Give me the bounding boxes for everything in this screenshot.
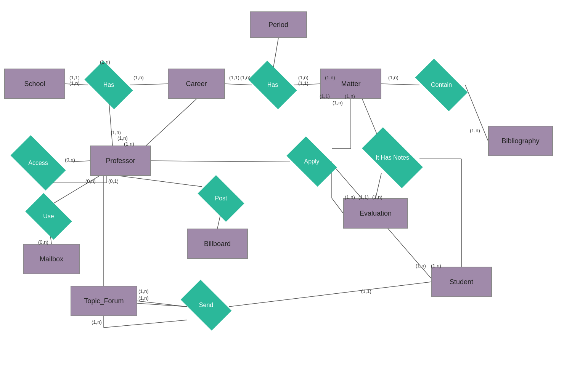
label-matter-has2: (1,n) [325,75,335,80]
label-career-has2-1: (1,1) [229,75,239,80]
connection-lines [0,0,572,392]
relation-use: Use [29,203,69,229]
label-forum-bottom: (1,n) [92,319,102,325]
svg-line-11 [151,161,290,162]
er-diagram: School Career Matter Professor Period Bi… [0,0,572,392]
label-matter-apply-1: (1,1) [320,93,330,99]
entity-mailbox: Mailbox [23,244,80,274]
label-school-has1-1: (1,1) [69,75,80,80]
entity-evaluation: Evaluation [343,198,408,229]
relation-access: Access [13,149,63,177]
label-access-loop-2: (0,1) [108,178,119,184]
label-has2-matter-2: (1,1) [298,80,308,86]
relation-has2: Has [252,72,294,98]
entity-billboard: Billboard [187,229,248,259]
relation-send: Send [184,291,228,319]
relation-has1: Has [88,72,130,98]
entity-career: Career [168,69,225,99]
label-apply-eval-2: (1,1) [358,194,369,200]
label-school-has1-2: (1,n) [69,80,80,86]
label-access-loop-1: (0,n) [85,178,96,184]
label-matter-apply-2: (1,n) [333,100,343,106]
relation-apply: Apply [290,148,334,175]
label-notes-eval: (1,n) [372,194,382,200]
entity-professor: Professor [90,146,151,176]
label-career-prof: (1,n) [124,141,134,147]
svg-line-24 [121,176,202,187]
label-mailbox: (0,n) [38,239,48,245]
relation-contain: Contain [418,72,465,98]
svg-line-2 [225,84,252,85]
label-apply-eval-1: (1,n) [345,194,355,200]
entity-topic-forum: Topic_Forum [71,286,137,316]
label-has1-prof-2: (1,n) [117,135,128,141]
label-matter-contain: (1,n) [388,75,398,80]
svg-line-4 [381,84,419,85]
label-student-top-1: (1,n) [416,263,426,269]
svg-line-33 [104,320,187,328]
entity-student: Student [431,267,492,297]
label-forum-send-2: (1,n) [138,295,149,301]
label-has1-top: (1,n) [100,59,110,65]
svg-line-16 [332,198,343,213]
entity-period: Period [250,11,307,38]
entity-bibliography: Bibliography [488,126,553,156]
relation-it-has-notes: It Has Notes [364,143,421,173]
label-has2-matter-1: (1,n) [298,75,308,80]
label-matter-notes: (1,n) [345,93,355,99]
svg-line-28 [229,282,431,307]
label-contain-bib: (1,n) [470,128,480,133]
label-student-top-2: (1,n) [431,263,441,269]
relation-post: Post [201,186,241,211]
label-has1-career: (1,n) [133,75,144,80]
label-send-student: (1,1) [361,288,371,294]
label-has2-career: (1,n) [240,75,251,80]
label-forum-send-1: (1,n) [138,288,149,294]
entity-school: School [4,69,65,99]
label-access-prof: (0,n) [65,157,75,163]
label-has1-prof-1: (1,n) [111,130,121,135]
svg-line-1 [130,84,168,85]
